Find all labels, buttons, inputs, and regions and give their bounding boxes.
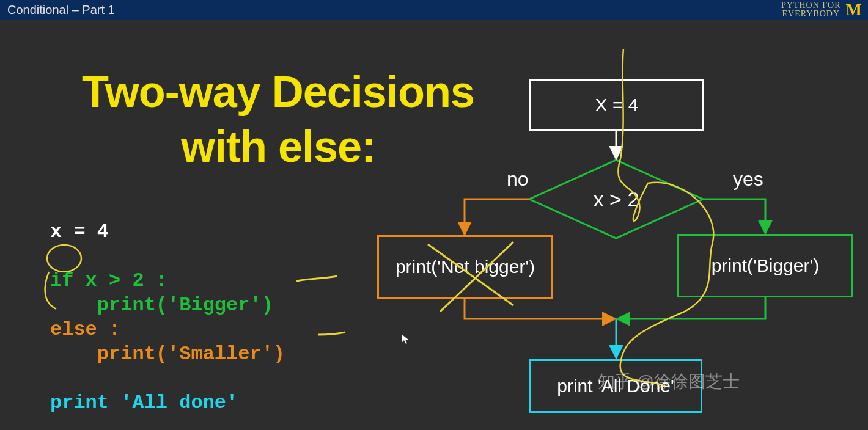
lesson-title: Conditional – Part 1 (7, 3, 115, 17)
code-line-5: print('Smaller') (50, 343, 285, 365)
flow-end-box: print 'All Done' (529, 359, 702, 413)
flow-start-box: X = 4 (529, 79, 704, 131)
flow-decision-text: x > 2 (594, 188, 639, 211)
code-block: x = 4 if x > 2 : print('Bigger') else : … (50, 195, 285, 415)
annotation-underline-1 (296, 276, 337, 281)
umich-logo-icon: M (846, 0, 862, 20)
flow-decision-diamond (529, 160, 703, 238)
brand-line2: EVERYBODY (781, 10, 841, 18)
annotation-underline-2 (318, 332, 345, 335)
flow-no-text: print('Not bigger') (395, 257, 535, 277)
cursor-icon (402, 335, 408, 344)
brand-text: PYTHON FOR EVERYBODY (781, 1, 841, 18)
code-line-4: else : (50, 318, 120, 341)
flow-yes-box: print('Bigger') (677, 234, 853, 297)
flow-label-no: no (507, 168, 529, 191)
flow-no-box: print('Not bigger') (377, 235, 553, 299)
code-line-2: if x > 2 : (50, 269, 167, 292)
flow-start-text: X = 4 (595, 95, 639, 115)
brand-block: PYTHON FOR EVERYBODY M (781, 0, 862, 20)
code-line-1: x = 4 (50, 220, 109, 243)
flow-arrow-yes (703, 199, 765, 232)
flow-arrow-no-merge (465, 299, 614, 319)
code-line-6: print 'All done' (50, 392, 238, 414)
flow-end-text: print 'All Done' (557, 376, 674, 396)
flow-arrow-no (465, 199, 529, 233)
flow-arrow-yes-merge (619, 297, 765, 319)
flow-label-yes: yes (733, 168, 763, 191)
flow-yes-text: print('Bigger') (712, 255, 820, 276)
title-bar: Conditional – Part 1 PYTHON FOR EVERYBOD… (0, 0, 868, 20)
brand-line1: PYTHON FOR (781, 1, 841, 10)
code-line-3: print('Bigger') (50, 294, 273, 316)
slide-title: Two-way Decisions with else: (58, 64, 498, 174)
